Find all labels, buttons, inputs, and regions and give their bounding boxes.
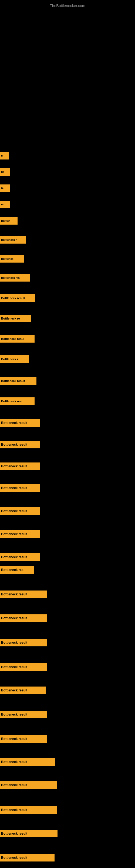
result-bar-18: Bottleneck result [0, 484, 40, 492]
bar-label-19: Bottleneck result [1, 509, 27, 513]
result-bar-11: Bottleneck resul [0, 335, 35, 343]
bar-label-20: Bottleneck result [1, 532, 27, 536]
result-bar-19: Bottleneck result [0, 507, 40, 515]
result-bar-21: Bottleneck result [0, 553, 40, 561]
result-bar-30: Bottleneck result [0, 758, 55, 766]
bar-label-33: Bottleneck result [1, 832, 27, 835]
result-bar-28: Bottleneck result [0, 711, 47, 718]
bar-label-18: Bottleneck result [1, 486, 27, 490]
bar-label-23: Bottleneck result [1, 592, 27, 596]
bar-label-16: Bottleneck result [1, 443, 27, 446]
result-bar-4: Bo [0, 201, 10, 208]
result-bar-34: Bottleneck result [0, 854, 54, 862]
result-bar-22: Bottleneck res [0, 566, 34, 574]
bar-label-29: Bottleneck result [1, 737, 27, 741]
result-bar-24: Bottleneck result [0, 614, 47, 622]
bar-label-15: Bottleneck result [1, 421, 27, 425]
result-bar-6: Bottleneck r [0, 236, 26, 244]
bar-label-30: Bottleneck result [1, 760, 27, 764]
bar-label-28: Bottleneck result [1, 713, 27, 716]
bar-label-3: Bo [1, 187, 4, 190]
result-bar-15: Bottleneck result [0, 419, 40, 427]
bar-label-8: Bottleneck res [1, 276, 20, 279]
result-bar-33: Bottleneck result [0, 830, 57, 837]
bar-label-31: Bottleneck result [1, 783, 27, 787]
result-bar-26: Bottleneck result [0, 663, 47, 671]
bar-label-6: Bottleneck r [1, 239, 17, 241]
site-title: TheBottlenecker.com [0, 1, 135, 10]
result-bar-23: Bottleneck result [0, 590, 47, 598]
result-bar-1: B [0, 152, 9, 159]
result-bar-8: Bottleneck res [0, 274, 30, 282]
bar-label-24: Bottleneck result [1, 616, 27, 620]
bar-label-34: Bottleneck result [1, 856, 27, 860]
bar-label-26: Bottleneck result [1, 665, 27, 669]
result-bar-16: Bottleneck result [0, 441, 40, 448]
bar-label-2: Bo [1, 170, 4, 173]
result-bar-14: Bottleneck res [0, 397, 35, 405]
bar-label-5: Bottlen [1, 219, 10, 222]
result-bar-27: Bottleneck result [0, 686, 46, 694]
bar-label-27: Bottleneck result [1, 688, 27, 692]
bar-label-1: B [1, 154, 3, 157]
result-bar-5: Bottlen [0, 217, 17, 225]
result-bar-13: Bottleneck result [0, 377, 37, 384]
bar-label-32: Bottleneck result [1, 808, 27, 812]
bar-label-12: Bottleneck r [1, 358, 18, 361]
bar-label-25: Bottleneck result [1, 641, 27, 645]
bar-label-17: Bottleneck result [1, 464, 27, 468]
bar-label-11: Bottleneck resul [1, 337, 24, 340]
bar-label-10: Bottleneck re [1, 317, 20, 320]
result-bar-32: Bottleneck result [0, 806, 57, 814]
result-bar-10: Bottleneck re [0, 315, 31, 322]
bar-label-13: Bottleneck result [1, 379, 25, 382]
result-bar-25: Bottleneck result [0, 639, 47, 646]
result-bar-12: Bottleneck r [0, 355, 29, 363]
result-bar-9: Bottleneck result [0, 294, 35, 302]
bar-label-14: Bottleneck res [1, 400, 21, 403]
result-bar-20: Bottleneck result [0, 530, 40, 538]
result-bar-7: Bottlenec [0, 255, 24, 262]
result-bar-31: Bottleneck result [0, 781, 57, 789]
result-bar-3: Bo [0, 184, 10, 192]
result-bar-17: Bottleneck result [0, 463, 40, 470]
result-bar-2: Bo [0, 168, 10, 176]
result-bar-29: Bottleneck result [0, 735, 47, 743]
bar-label-21: Bottleneck result [1, 555, 27, 559]
bar-label-9: Bottleneck result [1, 297, 25, 300]
bar-label-22: Bottleneck res [1, 568, 24, 572]
bar-label-7: Bottlenec [1, 257, 13, 260]
bar-label-4: Bo [1, 203, 4, 206]
